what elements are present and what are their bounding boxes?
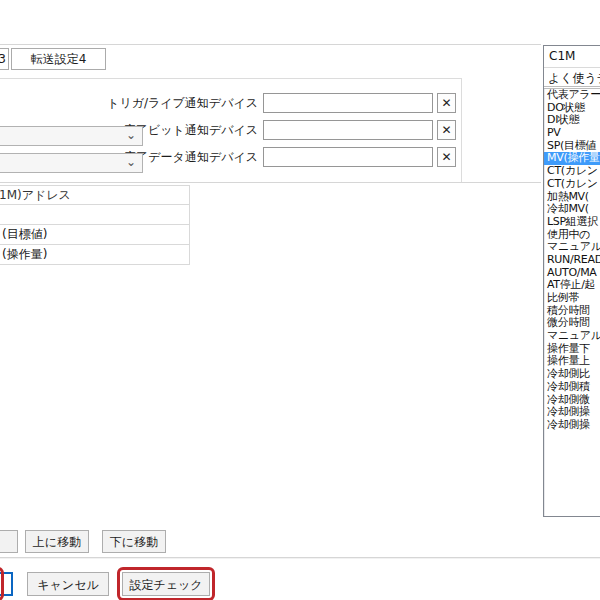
move-up-button[interactable]: 上に移動	[25, 530, 89, 553]
x-icon: ✕	[441, 150, 451, 164]
x-icon: ✕	[441, 123, 451, 137]
list-item[interactable]: マニュアル	[544, 330, 600, 343]
list-item[interactable]: CT(カレント	[544, 165, 600, 178]
parameter-list-panel: C1M よく使うデー 代表アラー DO状態 DI状態 PV SP(目標値 MV(…	[543, 45, 600, 517]
list-item[interactable]: 代表アラー	[544, 89, 600, 102]
table-row[interactable]: (目標値)	[0, 225, 190, 245]
table-cell: (目標値)	[0, 225, 47, 244]
ok-button-partial[interactable]	[0, 572, 13, 596]
clear-button[interactable]: ✕	[437, 120, 456, 140]
panel-subheader[interactable]: よく使うデー	[544, 68, 600, 89]
move-down-button[interactable]: 下に移動	[102, 530, 166, 553]
table-row[interactable]: (操作量)	[0, 245, 190, 265]
list-item[interactable]: 冷却側操	[544, 406, 600, 419]
list-item[interactable]: 冷却側比	[544, 368, 600, 381]
table-row[interactable]	[0, 205, 190, 225]
trigger-live-device-input[interactable]	[263, 93, 433, 113]
parameter-list: 代表アラー DO状態 DI状態 PV SP(目標値 MV(操作量 CT(カレント…	[544, 89, 600, 432]
list-item[interactable]: PV	[544, 127, 600, 140]
table-header-label: 1M)アドレス	[0, 186, 71, 205]
setting-check-button[interactable]: 設定チェック	[122, 572, 210, 596]
bottom-separator-shadow	[0, 558, 600, 559]
tab-page-top-border	[0, 44, 541, 45]
list-item[interactable]: 冷却側操	[544, 419, 600, 432]
chevron-down-icon: ⌄	[126, 128, 136, 142]
table-cell: (操作量)	[0, 245, 47, 264]
trigger-live-device-label: トリガ/ライブ通知デバイス	[100, 93, 258, 113]
table-header-address: 1M)アドレス	[0, 185, 190, 205]
panel-column-header[interactable]: C1M	[544, 46, 600, 68]
list-item[interactable]: 冷却側積	[544, 381, 600, 394]
chevron-down-icon: ⌄	[126, 155, 136, 169]
list-item[interactable]: 比例帯	[544, 292, 600, 305]
cut-off-button[interactable]	[0, 530, 18, 553]
tab-label: 3	[0, 49, 6, 69]
list-item[interactable]: 冷却MV(	[544, 203, 600, 216]
clear-button[interactable]: ✕	[437, 147, 456, 167]
tab-transfer-3-partial[interactable]: 3	[0, 48, 9, 70]
device-select-combo-1[interactable]: ⌄	[0, 126, 143, 146]
tab-label: 転送設定4	[31, 52, 87, 66]
complete-data-device-input[interactable]	[263, 147, 433, 167]
list-item[interactable]: RUN/READ	[544, 254, 600, 267]
cancel-button[interactable]: キャンセル	[27, 572, 109, 596]
tab-transfer-4[interactable]: 転送設定4	[11, 48, 106, 70]
x-icon: ✕	[441, 96, 451, 110]
device-select-combo-2[interactable]: ⌄	[0, 153, 143, 173]
section-divider	[0, 182, 541, 183]
list-item[interactable]: CT(カレント	[544, 178, 600, 191]
dialog-root: 3 転送設定4 トリガ/ライブ通知デバイス ✕ 完了ビット通知デバイス ✕ 完了…	[0, 0, 600, 600]
list-item[interactable]: LSP組選択	[544, 216, 600, 229]
clear-button[interactable]: ✕	[437, 93, 456, 113]
complete-bit-device-input[interactable]	[263, 120, 433, 140]
